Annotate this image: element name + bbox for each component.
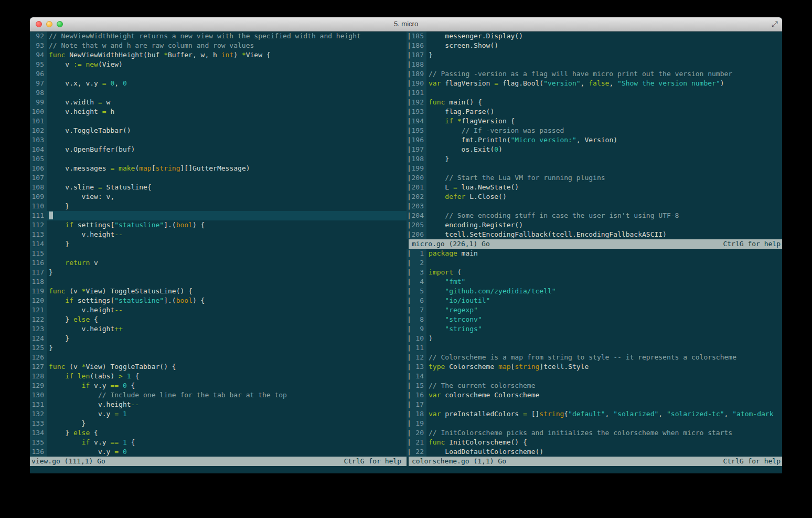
code-text: func InitColorscheme() { (426, 438, 782, 447)
code-line[interactable]: |13type Colorscheme map[string]tcell.Sty… (407, 362, 782, 372)
code-line[interactable]: |9 "strings" (407, 324, 782, 334)
code-line[interactable]: |14 (407, 372, 782, 381)
code-line[interactable]: |199 (407, 164, 782, 173)
code-line[interactable]: |15// The current colorscheme (407, 381, 782, 390)
code-line[interactable]: |206 tcell.SetEncodingFallback(tcell.Enc… (407, 230, 782, 239)
code-line[interactable]: 130 // Include one line for the tab bar … (30, 390, 407, 400)
code-line[interactable]: 99 v.width = w (30, 98, 407, 107)
code-line[interactable]: 136 v.y = 0 (30, 447, 407, 457)
code-line[interactable]: |189// Passing -version as a flag will h… (407, 69, 782, 79)
code-line[interactable]: 111 (30, 211, 407, 220)
code-line[interactable]: |192func main() { (407, 98, 782, 107)
command-line[interactable] (30, 466, 782, 473)
code-line[interactable]: 105 (30, 154, 407, 164)
code-line[interactable]: 106 v.messages = make(map[string][]Gutte… (30, 164, 407, 173)
code-line[interactable]: |201 L = lua.NewState() (407, 183, 782, 192)
code-line[interactable]: |197 os.Exit(0) (407, 145, 782, 154)
code-line[interactable]: 114 } (30, 239, 407, 249)
line-number: 133 (30, 419, 47, 428)
code-line[interactable]: 112 if settings["statusline"].(bool) { (30, 220, 407, 230)
code-line[interactable]: 119func (v *View) ToggleStatusLine() { (30, 287, 407, 296)
code-line[interactable]: |8 "strconv" (407, 315, 782, 324)
code-line[interactable]: |16var colorscheme Colorscheme (407, 390, 782, 400)
code-line[interactable]: |3import ( (407, 268, 782, 277)
code-line[interactable]: |11 (407, 343, 782, 353)
code-line[interactable]: |17 (407, 400, 782, 409)
code-line[interactable]: |22 LoadDefaultColorscheme() (407, 447, 782, 457)
code-line[interactable]: 98 (30, 88, 407, 98)
code-line[interactable]: 115 (30, 249, 407, 258)
code-line[interactable]: 95 v := new(View) (30, 60, 407, 69)
code-text (47, 117, 407, 126)
code-line[interactable]: |188 (407, 60, 782, 69)
code-line[interactable]: |18var preInstalledColors = []string{"de… (407, 409, 782, 419)
code-line[interactable]: 123 v.height++ (30, 324, 407, 334)
code-line[interactable]: |202 defer L.Close() (407, 192, 782, 202)
code-line[interactable]: |193 flag.Parse() (407, 107, 782, 117)
code-line[interactable]: 117} (30, 268, 407, 277)
code-line[interactable]: 131 v.height-- (30, 400, 407, 409)
code-line[interactable]: |7 "regexp" (407, 305, 782, 315)
line-number: 205 (411, 220, 426, 230)
code-line[interactable]: 103 (30, 135, 407, 145)
code-line[interactable]: 110 } (30, 202, 407, 211)
code-line[interactable]: 108 v.sline = Statusline{ (30, 183, 407, 192)
code-line[interactable]: |185 messenger.Display() (407, 31, 782, 41)
code-line[interactable]: 127func (v *View) ToggleTabbar() { (30, 362, 407, 372)
code-line[interactable]: 124 } (30, 334, 407, 343)
code-line[interactable]: 126 (30, 353, 407, 362)
code-line[interactable]: |195 // If -version was passed (407, 126, 782, 135)
code-line[interactable]: 128 if len(tabs) > 1 { (30, 372, 407, 381)
code-line[interactable]: 101 (30, 117, 407, 126)
code-line[interactable]: |2 (407, 258, 782, 268)
code-line[interactable]: 120 if settings["statusline"].(bool) { (30, 296, 407, 305)
code-line[interactable]: |200 // Start the Lua VM for running plu… (407, 173, 782, 183)
code-line[interactable]: |204 // Some encoding stuff in case the … (407, 211, 782, 220)
code-line[interactable]: |19 (407, 419, 782, 428)
code-line[interactable]: |191 (407, 88, 782, 98)
code-line[interactable]: 132 v.y = 1 (30, 409, 407, 419)
code-line[interactable]: |196 fmt.Println("Micro version:", Versi… (407, 135, 782, 145)
code-line[interactable]: 118 (30, 277, 407, 287)
code-line[interactable]: |12// Colorscheme is a map from string t… (407, 353, 782, 362)
pane-view-go[interactable]: 92// NewViewWidthHeight returns a new vi… (30, 31, 407, 457)
code-line[interactable]: |198 } (407, 154, 782, 164)
code-line[interactable]: 122 } else { (30, 315, 407, 324)
code-line[interactable]: 121 v.height-- (30, 305, 407, 315)
code-line[interactable]: 94func NewViewWidthHeight(buf *Buffer, w… (30, 50, 407, 60)
code-line[interactable]: 125} (30, 343, 407, 353)
code-line[interactable]: |194 if *flagVersion { (407, 117, 782, 126)
code-line[interactable]: 133 } (30, 419, 407, 428)
line-number: 104 (30, 145, 47, 154)
code-line[interactable]: |21func InitColorscheme() { (407, 438, 782, 447)
code-line[interactable]: 92// NewViewWidthHeight returns a new vi… (30, 31, 407, 41)
code-line[interactable]: 97 v.x, v.y = 0, 0 (30, 79, 407, 88)
code-line[interactable]: |190var flagVersion = flag.Bool("version… (407, 79, 782, 88)
code-line[interactable]: 129 if v.y == 0 { (30, 381, 407, 390)
code-line[interactable]: 93// Note that w and h are raw column an… (30, 41, 407, 50)
code-line[interactable]: 104 v.OpenBuffer(buf) (30, 145, 407, 154)
code-line[interactable]: |205 encoding.Register() (407, 220, 782, 230)
pane-micro-go[interactable]: |185 messenger.Display()|186 screen.Show… (407, 31, 782, 239)
code-line[interactable]: 102 v.ToggleTabbar() (30, 126, 407, 135)
titlebar[interactable]: 5. micro ⤢ (30, 17, 782, 31)
code-line[interactable]: 100 v.height = h (30, 107, 407, 117)
code-line[interactable]: 109 view: v, (30, 192, 407, 202)
code-line[interactable]: |203 (407, 202, 782, 211)
code-line[interactable]: 113 v.height-- (30, 230, 407, 239)
resize-icon[interactable]: ⤢ (772, 19, 778, 29)
code-line[interactable]: 96 (30, 69, 407, 79)
code-line[interactable]: |186 screen.Show() (407, 41, 782, 50)
code-line[interactable]: 135 if v.y == 1 { (30, 438, 407, 447)
code-line[interactable]: |20// InitColorscheme picks and initiali… (407, 428, 782, 438)
code-line[interactable]: |6 "io/ioutil" (407, 296, 782, 305)
code-line[interactable]: |4 "fmt" (407, 277, 782, 287)
code-line[interactable]: |10) (407, 334, 782, 343)
code-line[interactable]: |1package main (407, 249, 782, 258)
code-line[interactable]: |5 "github.com/zyedidia/tcell" (407, 287, 782, 296)
code-line[interactable]: |187} (407, 50, 782, 60)
pane-colorscheme-go[interactable]: |1package main|2|3import (|4 "fmt"|5 "gi… (407, 249, 782, 457)
code-line[interactable]: 116 return v (30, 258, 407, 268)
code-line[interactable]: 107 (30, 173, 407, 183)
code-line[interactable]: 134 } else { (30, 428, 407, 438)
